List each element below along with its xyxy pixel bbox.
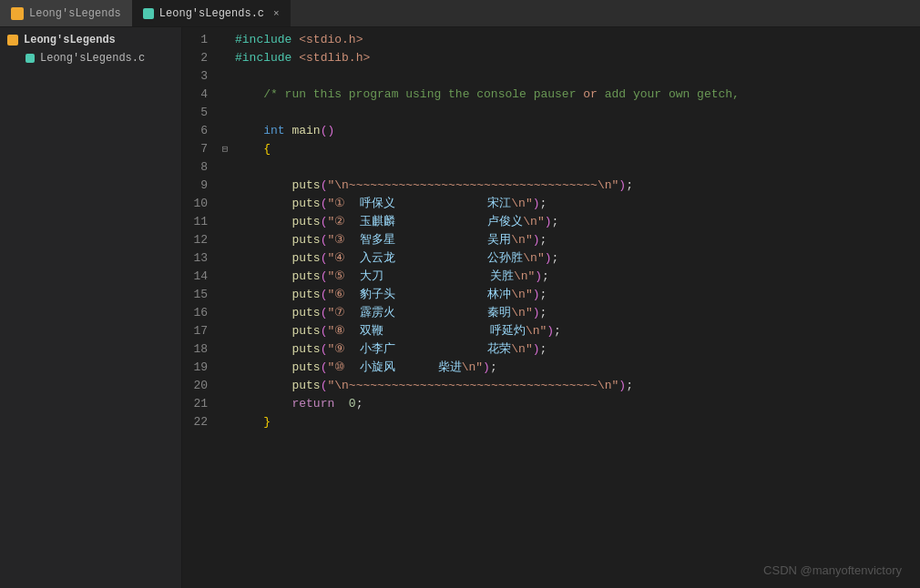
code-line-4: 4 /* run this program using the console … [182, 86, 920, 104]
line-number-1: 1 [182, 31, 219, 49]
line-number-21: 21 [182, 395, 219, 413]
line-number-10: 10 [182, 195, 219, 213]
line-content-7: { [231, 140, 920, 158]
line-content-6: int main() [231, 122, 920, 140]
line-content-19: puts("⑩ 小旋风 柴进\n"); [231, 359, 920, 377]
line-content-22: } [231, 413, 920, 431]
close-icon[interactable]: × [273, 8, 280, 19]
line-number-20: 20 [182, 377, 219, 395]
code-line-19: 19 puts("⑩ 小旋风 柴进\n"); [182, 359, 920, 377]
line-number-13: 13 [182, 249, 219, 268]
sidebar-file[interactable]: Leong'sLegends.c [0, 49, 181, 67]
tab-file[interactable]: Leong'sLegends.c × [132, 0, 291, 26]
line-content-16: puts("⑦ 霹雳火 秦明\n"); [231, 304, 920, 322]
project-icon [11, 7, 24, 20]
line-number-7: 7 [182, 140, 219, 158]
code-line-7: 7 ⊟ { [182, 140, 920, 158]
line-number-15: 15 [182, 286, 219, 304]
file-icon [143, 8, 154, 19]
title-bar: Leong'sLegends Leong'sLegends.c × [0, 0, 920, 27]
code-line-6: 6 int main() [182, 122, 920, 140]
line-content-21: return 0; [231, 395, 920, 413]
code-line-1: 1 #include <stdio.h> [182, 31, 920, 49]
line-number-9: 9 [182, 177, 219, 195]
tab-project-label: Leong'sLegends [29, 7, 121, 20]
line-number-11: 11 [182, 213, 219, 231]
line-number-2: 2 [182, 49, 219, 67]
code-line-2: 2 #include <stdlib.h> [182, 49, 920, 67]
line-content-18: puts("⑨ 小李广 花荣\n"); [231, 340, 920, 359]
line-number-18: 18 [182, 340, 219, 359]
sidebar-file-label: Leong'sLegends.c [40, 52, 145, 65]
sidebar: Leong'sLegends Leong'sLegends.c [0, 27, 182, 588]
line-content-4: /* run this program using the console pa… [231, 86, 920, 104]
code-line-12: 12 puts("③ 智多星 吴用\n"); [182, 231, 920, 249]
sidebar-project[interactable]: Leong'sLegends [0, 31, 181, 49]
line-content-12: puts("③ 智多星 吴用\n"); [231, 231, 920, 249]
code-line-18: 18 puts("⑨ 小李广 花荣\n"); [182, 340, 920, 359]
code-line-3: 3 [182, 67, 920, 86]
line-content-11: puts("② 玉麒麟 卢俊义\n"); [231, 213, 920, 231]
tab-file-label: Leong'sLegends.c [159, 7, 264, 20]
code-line-9: 9 puts("\n~~~~~~~~~~~~~~~~~~~~~~~~~~~~~~… [182, 177, 920, 195]
line-content-14: puts("⑤ 大刀 关胜\n"); [231, 268, 920, 286]
code-line-22: 22 } [182, 413, 920, 431]
file-tree-icon [26, 54, 35, 63]
code-editor[interactable]: 1 #include <stdio.h> 2 #include <stdlib.… [182, 27, 920, 588]
code-line-10: 10 puts("① 呼保义 宋江\n"); [182, 195, 920, 213]
sidebar-project-label: Leong'sLegends [24, 34, 116, 46]
line-number-12: 12 [182, 231, 219, 249]
code-line-11: 11 puts("② 玉麒麟 卢俊义\n"); [182, 213, 920, 231]
code-line-16: 16 puts("⑦ 霹雳火 秦明\n"); [182, 304, 920, 322]
line-content-20: puts("\n~~~~~~~~~~~~~~~~~~~~~~~~~~~~~~~~… [231, 377, 920, 395]
code-line-21: 21 return 0; [182, 395, 920, 413]
line-content-13: puts("④ 入云龙 公孙胜\n"); [231, 249, 920, 268]
line-content-9: puts("\n~~~~~~~~~~~~~~~~~~~~~~~~~~~~~~~~… [231, 177, 920, 195]
line-number-8: 8 [182, 158, 219, 177]
code-line-8: 8 [182, 158, 920, 177]
project-tree-icon [7, 35, 18, 46]
line-number-3: 3 [182, 67, 219, 86]
line-content-2: #include <stdlib.h> [231, 49, 920, 67]
code-line-14: 14 puts("⑤ 大刀 关胜\n"); [182, 268, 920, 286]
line-number-4: 4 [182, 86, 219, 104]
code-line-17: 17 puts("⑧ 双鞭 呼延灼\n"); [182, 322, 920, 340]
code-line-13: 13 puts("④ 入云龙 公孙胜\n"); [182, 249, 920, 268]
code-line-5: 5 [182, 104, 920, 122]
line-content-1: #include <stdio.h> [231, 31, 920, 49]
code-line-20: 20 puts("\n~~~~~~~~~~~~~~~~~~~~~~~~~~~~~… [182, 377, 920, 395]
line-number-19: 19 [182, 359, 219, 377]
line-number-5: 5 [182, 104, 219, 122]
line-number-16: 16 [182, 304, 219, 322]
line-number-14: 14 [182, 268, 219, 286]
line-number-6: 6 [182, 122, 219, 140]
tab-project[interactable]: Leong'sLegends [0, 0, 132, 26]
line-number-22: 22 [182, 413, 219, 431]
line-content-17: puts("⑧ 双鞭 呼延灼\n"); [231, 322, 920, 340]
code-line-15: 15 puts("⑥ 豹子头 林冲\n"); [182, 286, 920, 304]
watermark: CSDN @manyoftenvictory [763, 563, 902, 577]
line-content-10: puts("① 呼保义 宋江\n"); [231, 195, 920, 213]
main-layout: Leong'sLegends Leong'sLegends.c 1 #inclu… [0, 27, 920, 588]
line-content-15: puts("⑥ 豹子头 林冲\n"); [231, 286, 920, 304]
line-number-17: 17 [182, 322, 219, 340]
